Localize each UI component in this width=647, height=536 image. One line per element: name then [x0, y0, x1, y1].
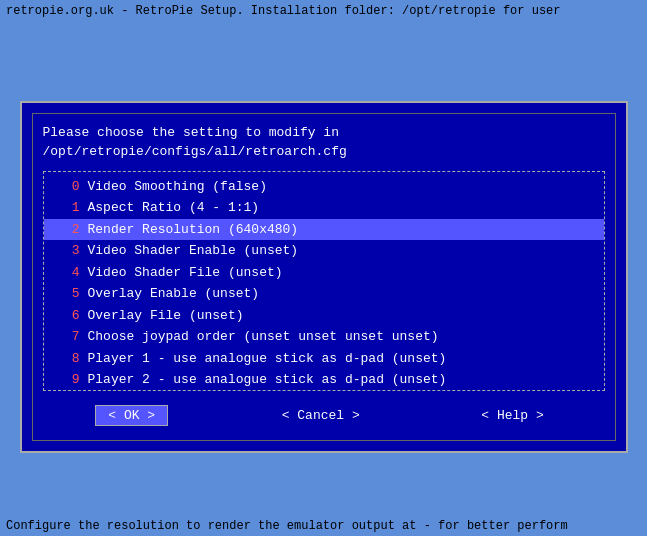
item-number: 4 [52, 263, 80, 283]
dialog-inner: Please choose the setting to modify in /… [32, 113, 616, 440]
dialog-box: Please choose the setting to modify in /… [20, 101, 628, 452]
cancel-button[interactable]: Cancel [274, 406, 368, 425]
ok-button[interactable]: OK [95, 405, 168, 426]
main-container: Please choose the setting to modify in /… [0, 18, 647, 536]
title-text: retropie.org.uk - RetroPie Setup. Instal… [6, 4, 561, 18]
list-item[interactable]: 4Video Shader File (unset) [44, 262, 604, 284]
item-text: Aspect Ratio (4 - 1:1) [88, 198, 260, 218]
dialog-header: Please choose the setting to modify in /… [43, 124, 605, 160]
list-container[interactable]: 0Video Smoothing (false)1Aspect Ratio (4… [43, 171, 605, 391]
list-item[interactable]: 0Video Smoothing (false) [44, 176, 604, 198]
cancel-label: Cancel [297, 408, 344, 423]
help-button[interactable]: Help [473, 406, 551, 425]
ok-label: OK [124, 408, 140, 423]
item-text: Video Shader Enable (unset) [88, 241, 299, 261]
status-text: Configure the resolution to render the e… [6, 519, 568, 533]
list-item[interactable]: 5Overlay Enable (unset) [44, 283, 604, 305]
list-item[interactable]: 9Player 2 - use analogue stick as d-pad … [44, 369, 604, 391]
list-items: 0Video Smoothing (false)1Aspect Ratio (4… [44, 176, 604, 391]
list-item[interactable]: 1Aspect Ratio (4 - 1:1) [44, 197, 604, 219]
item-text: Overlay Enable (unset) [88, 284, 260, 304]
item-number: 1 [52, 198, 80, 218]
buttons-row: OK Cancel Help [43, 401, 605, 430]
item-text: Video Smoothing (false) [88, 177, 267, 197]
list-item[interactable]: 8Player 1 - use analogue stick as d-pad … [44, 348, 604, 370]
item-text: Choose joypad order (unset unset unset u… [88, 327, 439, 347]
item-text: Player 1 - use analogue stick as d-pad (… [88, 349, 447, 369]
item-text: Video Shader File (unset) [88, 263, 283, 283]
item-text: Render Resolution (640x480) [88, 220, 299, 240]
item-number: 9 [52, 370, 80, 390]
item-text: Overlay File (unset) [88, 306, 244, 326]
item-number: 8 [52, 349, 80, 369]
item-number: 0 [52, 177, 80, 197]
header-line1: Please choose the setting to modify in [43, 124, 605, 142]
item-number: 6 [52, 306, 80, 326]
status-bar: Configure the resolution to render the e… [0, 516, 647, 536]
list-item[interactable]: 6Overlay File (unset) [44, 305, 604, 327]
item-number: 3 [52, 241, 80, 261]
help-label: Help [497, 408, 528, 423]
list-item[interactable]: 2Render Resolution (640x480) [44, 219, 604, 241]
list-item[interactable]: 3Video Shader Enable (unset) [44, 240, 604, 262]
item-number: 5 [52, 284, 80, 304]
item-number: 7 [52, 327, 80, 347]
item-number: 2 [52, 220, 80, 240]
list-item[interactable]: 7Choose joypad order (unset unset unset … [44, 326, 604, 348]
item-text: Player 2 - use analogue stick as d-pad (… [88, 370, 447, 390]
header-line2: /opt/retropie/configs/all/retroarch.cfg [43, 143, 605, 161]
